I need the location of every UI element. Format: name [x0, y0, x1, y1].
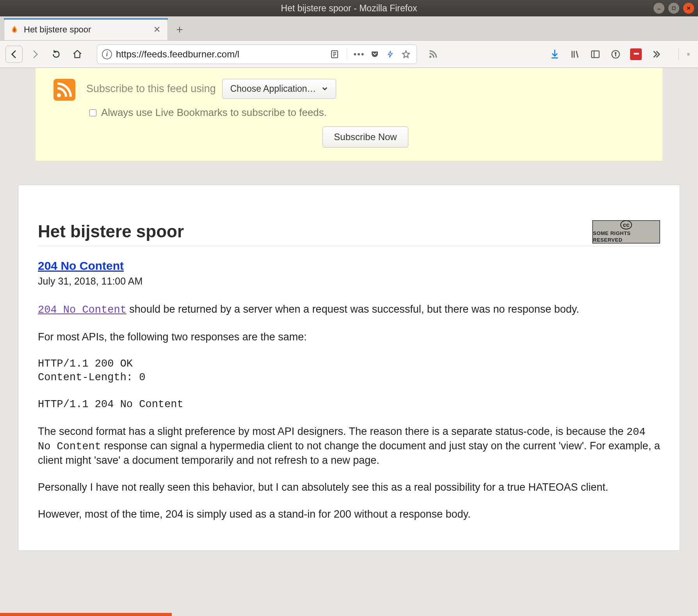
lastpass-icon[interactable]: •••: [630, 48, 642, 60]
feed-article: Het bijstere spoor cc SOME RIGHTS RESERV…: [18, 185, 680, 551]
svg-rect-13: [591, 51, 599, 57]
cc-icon: cc: [620, 220, 632, 230]
cc-label: SOME RIGHTS RESERVED: [593, 230, 659, 244]
page-actions-icon[interactable]: •••: [353, 48, 365, 60]
post-body: 204 No Content should be returned by a s…: [38, 303, 660, 522]
feed-title: Het bijstere spoor: [38, 220, 184, 242]
lightning-icon[interactable]: [385, 48, 396, 60]
status-code-link[interactable]: 204 No Content: [38, 304, 126, 316]
site-info-icon[interactable]: i: [102, 49, 112, 59]
choose-application-label: Choose Application…: [230, 84, 316, 94]
overflow-icon[interactable]: [650, 48, 662, 60]
feed-icon: [53, 79, 75, 101]
post-date: July 31, 2018, 11:00 AM: [38, 275, 660, 288]
body-text: should be returned by a server when a re…: [126, 303, 579, 315]
window-titlebar: Het bijstere spoor - Mozilla Firefox: [0, 0, 698, 16]
address-bar[interactable]: i https://feeds.feedburner.com/l •••: [97, 45, 417, 64]
window-title: Het bijstere spoor - Mozilla Firefox: [281, 3, 417, 14]
window-maximize-button[interactable]: [668, 3, 679, 14]
subscribe-now-button[interactable]: Subscribe Now: [322, 126, 408, 148]
security-shield-icon[interactable]: [610, 48, 621, 60]
always-use-checkbox[interactable]: [89, 109, 96, 116]
post-title-link[interactable]: 204 No Content: [38, 259, 124, 272]
choose-application-button[interactable]: Choose Application…: [222, 79, 336, 99]
cc-license-badge[interactable]: cc SOME RIGHTS RESERVED: [592, 220, 660, 244]
browser-tab[interactable]: Het bijstere spoor ✕: [4, 18, 168, 40]
svg-rect-1: [672, 7, 675, 9]
home-button[interactable]: [69, 46, 86, 63]
pocket-icon[interactable]: [369, 48, 381, 60]
library-icon[interactable]: [569, 48, 581, 60]
code-line: HTTP/1.1 204 No Content: [38, 398, 660, 411]
chevron-down-icon: [322, 84, 328, 94]
svg-line-12: [576, 51, 578, 57]
subscribe-label: Subscribe to this feed using: [86, 83, 216, 95]
body-text: However, most of the time, 204 is simply…: [38, 507, 660, 521]
svg-point-21: [57, 93, 61, 97]
code-line: HTTP/1.1 200 OK: [38, 357, 660, 371]
bookmark-star-icon[interactable]: [400, 48, 412, 60]
svg-point-16: [615, 52, 617, 54]
window-close-button[interactable]: [683, 3, 694, 14]
tab-close-button[interactable]: ✕: [152, 25, 162, 35]
menu-button[interactable]: [678, 48, 690, 60]
browser-toolbar: i https://feeds.feedburner.com/l •••: [0, 41, 698, 68]
tab-strip: Het bijstere spoor ✕ ＋: [0, 16, 698, 41]
svg-rect-20: [53, 79, 75, 101]
code-line: Content-Length: 0: [38, 371, 660, 385]
back-button[interactable]: [5, 46, 23, 63]
url-text: https://feeds.feedburner.com/l: [116, 49, 325, 60]
downloads-icon[interactable]: [549, 48, 561, 60]
subscribe-banner: Subscribe to this feed using Choose Appl…: [35, 68, 663, 161]
urlbar-separator: [347, 48, 347, 60]
body-text: For most APIs, the following two respons…: [38, 330, 660, 344]
body-text: The second format has a slight preferenc…: [38, 425, 660, 467]
new-tab-button[interactable]: ＋: [170, 20, 189, 39]
feedburner-favicon-icon: [10, 25, 19, 34]
svg-point-8: [429, 55, 431, 57]
reload-button[interactable]: [48, 46, 65, 63]
sidebar-icon[interactable]: [589, 48, 601, 60]
body-text: Personally I have not really seen this b…: [38, 481, 660, 494]
window-minimize-button[interactable]: [653, 3, 664, 14]
progress-indicator: [0, 613, 172, 616]
rss-icon[interactable]: [427, 48, 439, 60]
forward-button[interactable]: [27, 46, 44, 63]
page-content: Subscribe to this feed using Choose Appl…: [0, 68, 698, 616]
reader-mode-icon[interactable]: [329, 48, 340, 60]
tab-title: Het bijstere spoor: [24, 25, 147, 35]
always-use-label: Always use Live Bookmarks to subscribe t…: [101, 107, 327, 119]
